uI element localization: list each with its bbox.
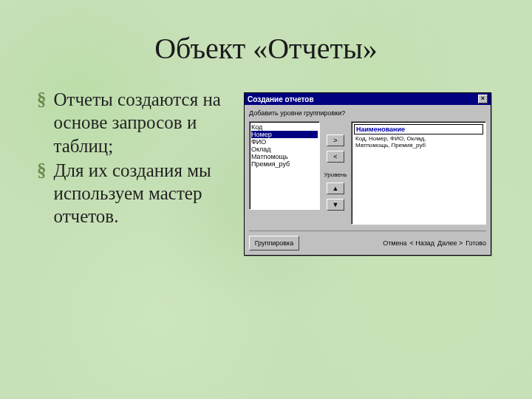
bullet-list: § Отчеты создаются на основе запросов и …	[0, 88, 222, 256]
dialog-prompt: Добавить уровни группировки?	[249, 109, 486, 117]
cancel-button[interactable]: Отмена	[383, 239, 406, 247]
preview-header: Наименование	[354, 124, 483, 134]
grouping-preview: Наименование Код, Номер, ФИО, Оклад, Мат…	[351, 121, 486, 225]
list-item[interactable]: Матпомощь	[251, 153, 318, 160]
dialog-mid: Код Номер ФИО Оклад Матпомощь Премия_руб…	[249, 121, 486, 225]
back-button[interactable]: < Назад	[410, 239, 435, 247]
slide-content: § Отчеты создаются на основе запросов и …	[0, 88, 532, 256]
bullet-text: Для их создания мы используем мастер отч…	[54, 159, 222, 228]
dialog-title: Создание отчетов	[248, 95, 314, 103]
add-button[interactable]: >	[327, 134, 344, 146]
grouping-button[interactable]: Группировка	[249, 236, 299, 250]
report-wizard-dialog: Создание отчетов × Добавить уровни групп…	[244, 92, 491, 256]
priority-label: Уровень	[324, 171, 347, 178]
close-icon[interactable]: ×	[478, 95, 488, 103]
list-item[interactable]: Номер	[251, 131, 318, 138]
bullet-marker: §	[37, 88, 47, 157]
dialog-footer: Группировка Отмена < Назад Далее > Готов…	[249, 231, 486, 250]
next-button[interactable]: Далее >	[437, 239, 463, 247]
priority-down-button[interactable]: ▼	[327, 199, 344, 211]
move-buttons: > < Уровень ▲ ▼	[323, 121, 348, 225]
list-item[interactable]: Премия_руб	[251, 160, 318, 168]
bullet-item: § Отчеты создаются на основе запросов и …	[37, 88, 222, 157]
bullet-text: Отчеты создаются на основе запросов и та…	[54, 88, 222, 157]
bullet-item: § Для их создания мы используем мастер о…	[37, 159, 222, 228]
priority-up-button[interactable]: ▲	[327, 183, 344, 194]
remove-button[interactable]: <	[327, 151, 344, 163]
dialog-body: Добавить уровни группировки? Код Номер Ф…	[245, 105, 491, 255]
preview-line: Матпомощь, Премия_руб	[354, 143, 483, 149]
list-item[interactable]: Код	[251, 123, 318, 131]
finish-button[interactable]: Готово	[466, 239, 486, 247]
slide-title: Объект «Отчеты»	[0, 0, 532, 66]
list-item[interactable]: Оклад	[251, 146, 318, 153]
fields-listbox[interactable]: Код Номер ФИО Оклад Матпомощь Премия_руб	[249, 121, 320, 210]
bullet-marker: §	[37, 159, 47, 228]
list-item[interactable]: ФИО	[251, 138, 318, 146]
dialog-screenshot: Создание отчетов × Добавить уровни групп…	[244, 92, 491, 256]
dialog-titlebar[interactable]: Создание отчетов ×	[245, 93, 491, 105]
